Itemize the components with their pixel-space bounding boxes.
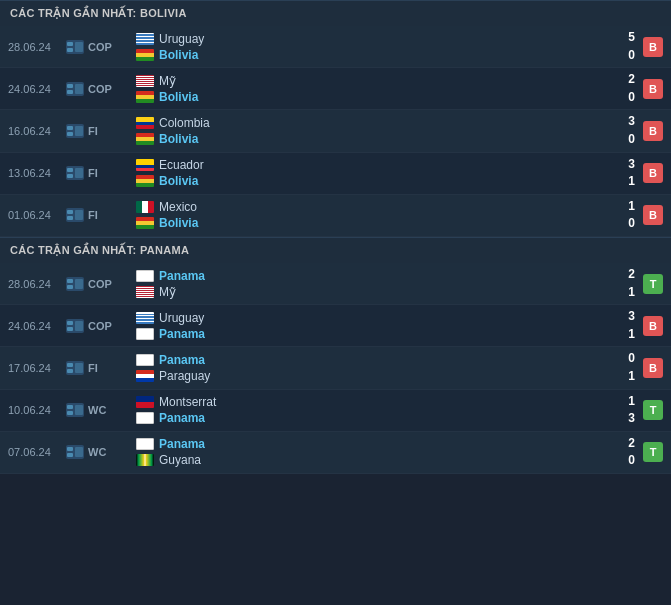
team2-flag: [136, 175, 154, 187]
section-header: CÁC TRẬN GẦN NHẤT: BOLIVIA: [0, 0, 671, 26]
competition-col: COP: [66, 319, 136, 333]
score1: 0: [628, 351, 635, 367]
team2-row: Bolivia: [136, 90, 615, 104]
team2-flag: [136, 328, 154, 340]
result-badge: B: [643, 37, 663, 57]
team1-name: Mỹ: [159, 74, 176, 88]
scores-col: 2 0: [615, 68, 635, 109]
competition-col: FI: [66, 166, 136, 180]
teams-col: Panama Paraguay: [136, 349, 615, 387]
team2-name: Bolivia: [159, 48, 198, 62]
competition-col: FI: [66, 361, 136, 375]
svg-rect-34: [67, 411, 73, 415]
competition-col: FI: [66, 124, 136, 138]
teams-col: Panama Guyana: [136, 433, 615, 471]
match-date: 07.06.24: [8, 446, 66, 458]
svg-rect-14: [67, 174, 73, 178]
svg-rect-19: [75, 210, 83, 220]
team2-flag: [136, 217, 154, 229]
team1-row: Mexico: [136, 200, 615, 214]
scores-col: 0 1: [615, 347, 635, 388]
score2: 0: [628, 132, 635, 148]
result-badge: T: [643, 400, 663, 420]
competition-icon: [66, 319, 84, 333]
score2: 1: [628, 285, 635, 301]
result-badge: B: [643, 316, 663, 336]
svg-rect-17: [67, 210, 73, 214]
team1-flag: [136, 159, 154, 171]
match-date: 24.06.24: [8, 320, 66, 332]
team1-row: Panama: [136, 437, 615, 451]
competition-label: FI: [88, 167, 98, 179]
team2-name: Bolivia: [159, 174, 198, 188]
score1: 2: [628, 267, 635, 283]
svg-rect-23: [75, 279, 83, 289]
team2-row: Bolivia: [136, 48, 615, 62]
svg-rect-25: [67, 321, 73, 325]
scores-col: 3 0: [615, 110, 635, 151]
svg-rect-3: [75, 42, 83, 52]
team2-row: Bolivia: [136, 216, 615, 230]
team1-row: Colombia: [136, 116, 615, 130]
competition-col: COP: [66, 277, 136, 291]
match-row: 10.06.24 WC Montserrat: [0, 390, 671, 432]
competition-icon: [66, 40, 84, 54]
svg-rect-31: [75, 363, 83, 373]
svg-rect-38: [67, 453, 73, 457]
scores-col: 2 0: [615, 432, 635, 473]
competition-col: COP: [66, 82, 136, 96]
scores-col: 3 1: [615, 153, 635, 194]
team1-row: Ecuador: [136, 158, 615, 172]
team2-row: Bolivia: [136, 174, 615, 188]
competition-label: COP: [88, 278, 112, 290]
team2-flag: [136, 454, 154, 466]
team1-name: Panama: [159, 269, 205, 283]
team1-row: Uruguay: [136, 311, 615, 325]
match-date: 28.06.24: [8, 41, 66, 53]
result-badge: T: [643, 274, 663, 294]
team1-name: Montserrat: [159, 395, 216, 409]
svg-rect-21: [67, 279, 73, 283]
score2: 1: [628, 174, 635, 190]
svg-rect-1: [67, 42, 73, 46]
svg-rect-9: [67, 126, 73, 130]
svg-rect-18: [67, 216, 73, 220]
match-row: 16.06.24 FI Colombia: [0, 110, 671, 152]
teams-col: Mỹ Bolivia: [136, 70, 615, 108]
team1-name: Panama: [159, 353, 205, 367]
team2-name: Paraguay: [159, 369, 210, 383]
competition-icon: [66, 82, 84, 96]
competition-col: COP: [66, 40, 136, 54]
match-date: 28.06.24: [8, 278, 66, 290]
score1: 2: [628, 436, 635, 452]
competition-label: WC: [88, 446, 106, 458]
match-row: 13.06.24 FI Ecuador: [0, 153, 671, 195]
svg-rect-15: [75, 168, 83, 178]
svg-rect-30: [67, 369, 73, 373]
team2-name: Guyana: [159, 453, 201, 467]
competition-col: WC: [66, 403, 136, 417]
match-date: 16.06.24: [8, 125, 66, 137]
team1-name: Mexico: [159, 200, 197, 214]
svg-rect-10: [67, 132, 73, 136]
competition-label: WC: [88, 404, 106, 416]
score1: 1: [628, 394, 635, 410]
team2-row: Paraguay: [136, 369, 615, 383]
team1-row: Panama: [136, 353, 615, 367]
svg-rect-35: [75, 405, 83, 415]
svg-rect-33: [67, 405, 73, 409]
competition-icon: [66, 361, 84, 375]
competition-col: WC: [66, 445, 136, 459]
team1-flag: [136, 270, 154, 282]
result-badge: B: [643, 121, 663, 141]
team2-flag: [136, 412, 154, 424]
svg-rect-39: [75, 447, 83, 457]
competition-icon: [66, 124, 84, 138]
team2-name: Panama: [159, 327, 205, 341]
result-badge: B: [643, 205, 663, 225]
team2-name: Bolivia: [159, 132, 198, 146]
svg-rect-37: [67, 447, 73, 451]
svg-rect-11: [75, 126, 83, 136]
team2-flag: [136, 91, 154, 103]
match-row: 24.06.24 COP Mỹ: [0, 68, 671, 110]
